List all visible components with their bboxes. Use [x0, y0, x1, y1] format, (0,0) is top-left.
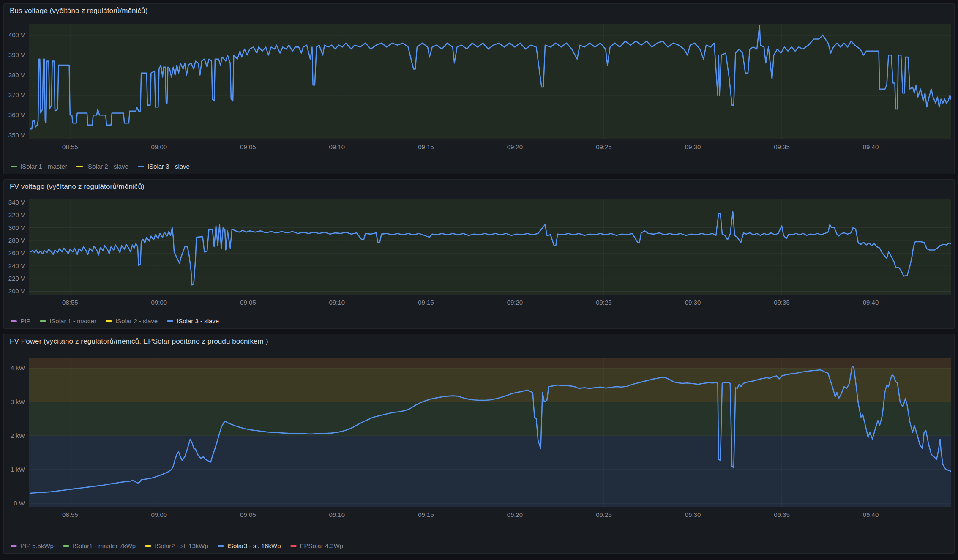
- legend-series-swatch: [290, 545, 297, 547]
- legend-item-isolar-3-slave[interactable]: ISolar 3 - slave: [138, 163, 190, 170]
- x-tick-label: 09:40: [863, 299, 879, 306]
- x-tick-label: 09:05: [240, 511, 256, 518]
- x-tick-label: 09:40: [863, 511, 879, 518]
- legend-series-label: ISolar 2 - slave: [115, 317, 158, 325]
- panel-bus-voltage: Bus voltage (vyčítáno z regulátorů/měnič…: [3, 3, 955, 174]
- x-tick-label: 09:15: [418, 143, 434, 150]
- x-tick-label: 09:10: [329, 143, 345, 150]
- legend-item-isolar3-sl-16kwp[interactable]: ISolar3 - sl. 16kWp: [218, 542, 281, 549]
- y-tick-label: 350 V: [4, 132, 25, 139]
- legend-item-epsolar-4-3wp[interactable]: EPSolar 4.3Wp: [290, 542, 344, 549]
- legend-item-isolar-3-slave[interactable]: ISolar 3 - slave: [167, 317, 219, 325]
- legend-series-label: ISolar 3 - slave: [177, 317, 219, 325]
- y-tick-label: 4 kW: [4, 365, 25, 372]
- y-tick-label: 0 W: [4, 500, 25, 507]
- legend-series-swatch: [218, 545, 224, 547]
- chart-canvas[interactable]: [29, 358, 951, 507]
- fv-power-legend: PIP 5.5kWpISolar1 - master 7kWpISolar2 -…: [11, 542, 343, 549]
- legend-item-isolar1-master-7kwp[interactable]: ISolar1 - master 7kWp: [63, 542, 136, 549]
- y-tick-label: 240 V: [4, 262, 25, 269]
- x-tick-label: 09:05: [240, 299, 256, 306]
- y-tick-label: 390 V: [4, 52, 25, 58]
- legend-series-swatch: [63, 545, 69, 547]
- y-tick-label: 2 kW: [4, 432, 25, 439]
- legend-series-swatch: [11, 545, 17, 547]
- legend-item-pip-5-5kwp[interactable]: PIP 5.5kWp: [11, 542, 54, 549]
- x-tick-label: 09:00: [151, 143, 167, 150]
- y-tick-label: 200 V: [4, 288, 25, 295]
- chart-canvas[interactable]: [29, 199, 951, 295]
- x-tick-label: 09:25: [596, 299, 612, 306]
- legend-item-isolar-2-slave[interactable]: ISolar 2 - slave: [106, 317, 158, 325]
- x-tick-label: 08:55: [62, 299, 78, 306]
- x-tick-label: 09:35: [774, 299, 790, 306]
- legend-series-label: ISolar1 - master 7kWp: [73, 542, 136, 549]
- x-tick-label: 09:35: [774, 511, 790, 518]
- x-tick-label: 09:25: [596, 511, 612, 518]
- legend-series-label: ISolar3 - sl. 16kWp: [227, 542, 281, 549]
- panel-title[interactable]: FV Power (vyčítáno z regulátorů/měničů, …: [10, 337, 268, 346]
- y-tick-label: 360 V: [4, 112, 25, 118]
- legend-series-label: ISolar 1 - master: [20, 163, 67, 170]
- y-tick-label: 1 kW: [4, 466, 25, 473]
- y-tick-label: 370 V: [4, 92, 25, 98]
- x-tick-label: 09:15: [418, 511, 434, 518]
- legend-series-label: PIP 5.5kWp: [20, 542, 54, 549]
- legend-series-label: ISolar 2 - slave: [86, 163, 128, 170]
- bus-voltage-plot-area[interactable]: [29, 24, 951, 139]
- y-tick-label: 320 V: [4, 212, 25, 219]
- legend-series-label: ISolar 1 - master: [49, 317, 96, 325]
- legend-item-isolar-2-slave[interactable]: ISolar 2 - slave: [76, 163, 128, 170]
- legend-series-label: ISolar2 - sl. 13kWp: [155, 542, 208, 549]
- panel-fv-power: FV Power (vyčítáno z regulátorů/měničů, …: [3, 334, 955, 554]
- legend-series-swatch: [106, 320, 112, 322]
- legend-series-label: ISolar 3 - slave: [147, 163, 190, 170]
- legend-item-isolar-1-master[interactable]: ISolar 1 - master: [11, 163, 67, 170]
- legend-item-isolar2-sl-13kwp[interactable]: ISolar2 - sl. 13kWp: [145, 542, 208, 549]
- legend-series-label: EPSolar 4.3Wp: [300, 542, 344, 549]
- y-tick-label: 400 V: [4, 32, 25, 38]
- legend-item-isolar-1-master[interactable]: ISolar 1 - master: [40, 317, 96, 325]
- y-tick-label: 340 V: [4, 199, 25, 206]
- legend-series-swatch: [138, 166, 144, 167]
- panel-title[interactable]: Bus voltage (vyčítáno z regulátorů/měnič…: [10, 7, 147, 15]
- legend-series-swatch: [76, 166, 83, 167]
- legend-series-swatch: [167, 320, 173, 322]
- x-tick-label: 09:30: [685, 299, 701, 306]
- panel-fv-voltage: FV voltage (vyčítáno z regulátorů/měničů…: [3, 179, 955, 329]
- y-tick-label: 300 V: [4, 224, 25, 231]
- x-tick-label: 09:00: [151, 299, 167, 306]
- x-tick-label: 09:10: [329, 299, 345, 306]
- x-tick-label: 09:00: [151, 511, 167, 518]
- y-tick-label: 380 V: [4, 72, 25, 79]
- x-tick-label: 09:15: [418, 299, 434, 306]
- y-tick-label: 260 V: [4, 250, 25, 257]
- y-tick-label: 3 kW: [4, 399, 25, 405]
- x-tick-label: 08:55: [62, 511, 78, 518]
- y-tick-label: 280 V: [4, 237, 25, 244]
- grafana-dashboard: Bus voltage (vyčítáno z regulátorů/měnič…: [0, 0, 958, 560]
- bus-voltage-legend: ISolar 1 - masterISolar 2 - slaveISolar …: [11, 163, 190, 170]
- legend-item-pip[interactable]: PIP: [11, 317, 30, 325]
- legend-series-label: PIP: [20, 317, 30, 325]
- x-tick-label: 09:40: [863, 143, 879, 150]
- fv-voltage-legend: PIPISolar 1 - masterISolar 2 - slaveISol…: [11, 317, 219, 325]
- legend-series-swatch: [11, 320, 17, 322]
- x-tick-label: 09:35: [774, 143, 790, 150]
- fv-power-plot-area[interactable]: [29, 358, 951, 507]
- x-tick-label: 09:05: [240, 143, 256, 150]
- panel-title[interactable]: FV voltage (vyčítáno z regulátorů/měničů…: [10, 183, 145, 191]
- x-tick-label: 09:20: [507, 511, 523, 518]
- chart-canvas[interactable]: [29, 24, 951, 139]
- legend-series-swatch: [40, 320, 46, 322]
- x-tick-label: 09:10: [329, 511, 345, 518]
- x-tick-label: 09:20: [507, 299, 523, 306]
- x-tick-label: 09:20: [507, 143, 523, 150]
- y-tick-label: 220 V: [4, 275, 25, 282]
- legend-series-swatch: [145, 545, 151, 547]
- legend-series-swatch: [11, 166, 17, 167]
- x-tick-label: 09:25: [596, 143, 612, 150]
- x-tick-label: 09:30: [685, 143, 701, 150]
- fv-voltage-plot-area[interactable]: [29, 199, 951, 295]
- x-tick-label: 08:55: [62, 143, 78, 150]
